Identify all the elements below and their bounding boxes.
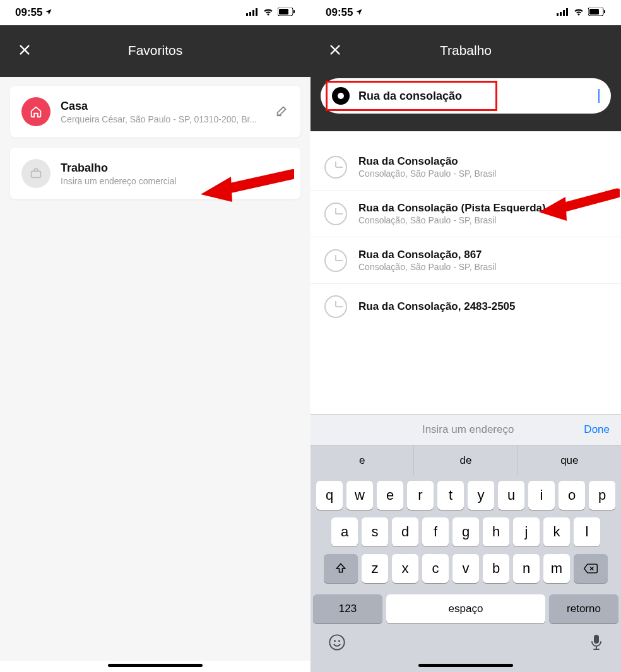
key-w[interactable]: w: [346, 481, 373, 510]
svg-rect-6: [293, 10, 295, 13]
key-u[interactable]: u: [498, 481, 524, 510]
svg-rect-10: [563, 10, 565, 16]
favorite-title: Casa: [61, 100, 265, 113]
key-return[interactable]: retorno: [549, 594, 618, 623]
search-results: Rua da Consolação Consolação, São Paulo …: [310, 131, 621, 329]
home-indicator[interactable]: [418, 664, 513, 667]
result-title: Rua da Consolação: [358, 155, 607, 168]
suggestion[interactable]: de: [414, 445, 518, 476]
key-n[interactable]: n: [513, 554, 540, 583]
emoji-icon[interactable]: [328, 634, 346, 656]
key-v[interactable]: v: [452, 554, 479, 583]
result-title: Rua da Consolação, 2483-2505: [358, 300, 607, 313]
svg-point-16: [334, 640, 336, 642]
key-z[interactable]: z: [362, 554, 388, 583]
key-p[interactable]: p: [589, 481, 615, 510]
keyboard-row-3: z x c v b n m: [313, 554, 618, 583]
key-m[interactable]: m: [543, 554, 570, 583]
wifi-icon: [573, 6, 584, 19]
home-indicator[interactable]: [108, 664, 203, 667]
location-icon: [355, 6, 363, 19]
battery-icon: [588, 6, 606, 19]
location-icon: [45, 6, 52, 19]
key-backspace[interactable]: [574, 554, 608, 583]
key-y[interactable]: y: [468, 481, 494, 510]
key-i[interactable]: i: [528, 481, 555, 510]
status-time: 09:55: [15, 6, 42, 19]
search-pill[interactable]: [321, 78, 611, 114]
result-subtitle: Consolação, São Paulo - SP, Brasil: [358, 262, 607, 272]
key-g[interactable]: g: [452, 517, 479, 546]
battery-icon: [278, 6, 295, 19]
svg-rect-3: [256, 8, 257, 16]
key-space[interactable]: espaço: [386, 594, 545, 623]
key-e[interactable]: e: [377, 481, 403, 510]
history-icon: [324, 249, 347, 272]
wifi-icon: [263, 6, 274, 19]
key-x[interactable]: x: [392, 554, 418, 583]
keyboard-row-bottom: 123 espaço retorno: [310, 594, 621, 630]
keyboard-suggestions: e de que: [310, 445, 621, 476]
key-k[interactable]: k: [543, 517, 570, 546]
result-item[interactable]: Rua da Consolação, 2483-2505: [310, 284, 621, 329]
favorites-list: Casa Cerqueira César, São Paulo - SP, 01…: [0, 77, 310, 661]
result-subtitle: Consolação, São Paulo - SP, Brasil: [358, 215, 607, 225]
svg-rect-2: [252, 10, 254, 16]
edit-icon[interactable]: [275, 103, 289, 120]
favorite-item-work[interactable]: Trabalho Insira um endereço comercial: [10, 148, 300, 199]
key-t[interactable]: t: [437, 481, 464, 510]
microphone-icon[interactable]: [589, 634, 603, 656]
result-item[interactable]: Rua da Consolação Consolação, São Paulo …: [310, 131, 621, 191]
close-icon[interactable]: [18, 43, 35, 61]
key-f[interactable]: f: [422, 517, 449, 546]
result-item[interactable]: Rua da Consolação, 867 Consolação, São P…: [310, 237, 621, 284]
result-title: Rua da Consolação, 867: [358, 249, 607, 261]
key-h[interactable]: h: [483, 517, 509, 546]
svg-rect-18: [594, 635, 599, 644]
svg-rect-0: [246, 13, 248, 16]
key-r[interactable]: r: [407, 481, 434, 510]
key-l[interactable]: l: [574, 517, 600, 546]
header: Trabalho: [310, 25, 621, 67]
key-d[interactable]: d: [392, 517, 418, 546]
key-q[interactable]: q: [316, 481, 343, 510]
history-icon: [324, 295, 347, 318]
keyboard-toolbar: Insira um endereço Done: [310, 414, 621, 445]
key-c[interactable]: c: [422, 554, 449, 583]
key-shift[interactable]: [324, 554, 358, 583]
text-cursor: [598, 89, 600, 103]
svg-rect-5: [279, 9, 288, 15]
keyboard-row-1: q w e r t y u i o p: [313, 481, 618, 510]
key-numbers[interactable]: 123: [313, 594, 382, 623]
history-icon: [324, 203, 347, 225]
result-item[interactable]: Rua da Consolação (Pista Esquerda) Conso…: [310, 191, 621, 237]
phone-favorites: 09:55 Favoritos: [0, 0, 310, 672]
key-b[interactable]: b: [483, 554, 509, 583]
key-a[interactable]: a: [331, 517, 358, 546]
signal-icon: [246, 6, 259, 19]
svg-rect-11: [566, 8, 568, 16]
key-o[interactable]: o: [559, 481, 585, 510]
result-subtitle: Consolação, São Paulo - SP, Brasil: [358, 168, 607, 179]
svg-point-15: [329, 635, 344, 649]
svg-rect-7: [32, 171, 41, 177]
search-container: [310, 67, 621, 131]
signal-icon: [557, 6, 569, 19]
status-bar: 09:55: [310, 0, 621, 25]
keyboard-hint: Insira um endereço: [352, 423, 584, 436]
key-s[interactable]: s: [362, 517, 388, 546]
suggestion[interactable]: e: [310, 445, 414, 476]
home-icon: [21, 97, 50, 126]
close-icon[interactable]: [328, 43, 346, 61]
status-time: 09:55: [326, 6, 353, 19]
keyboard-done-button[interactable]: Done: [584, 423, 610, 436]
keyboard: Insira um endereço Done e de que q w e r…: [310, 414, 621, 672]
page-title: Trabalho: [323, 40, 608, 58]
result-title: Rua da Consolação (Pista Esquerda): [358, 202, 607, 215]
svg-rect-8: [557, 13, 559, 16]
svg-rect-13: [589, 9, 599, 15]
key-j[interactable]: j: [513, 517, 540, 546]
address-input[interactable]: [358, 90, 589, 103]
favorite-item-home[interactable]: Casa Cerqueira César, São Paulo - SP, 01…: [10, 86, 300, 138]
suggestion[interactable]: que: [518, 445, 621, 476]
